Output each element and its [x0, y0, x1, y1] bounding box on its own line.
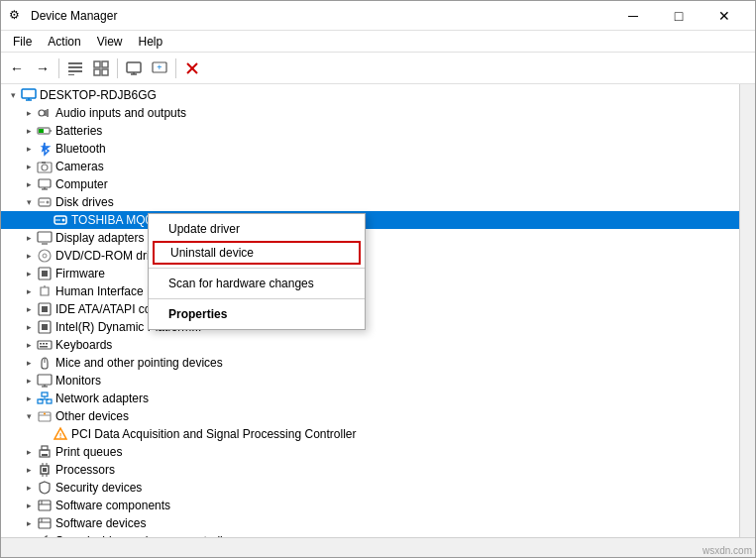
- tree-item-monitors[interactable]: Monitors: [1, 372, 739, 390]
- ctx-separator: [149, 268, 365, 269]
- svg-rect-7: [102, 69, 108, 75]
- icon-battery: [37, 123, 53, 139]
- toolbar-properties-view[interactable]: [63, 56, 87, 80]
- tree-item-print[interactable]: Print queues: [1, 443, 739, 461]
- tree-item-mice[interactable]: Mice and other pointing devices: [1, 354, 739, 372]
- tree-item-cameras[interactable]: Cameras: [1, 158, 739, 175]
- svg-rect-45: [38, 341, 52, 349]
- arrow-mice[interactable]: [21, 355, 37, 371]
- menu-help[interactable]: Help: [131, 33, 171, 51]
- tree-item-toshiba[interactable]: TOSHIBA MQ01ABD100: [1, 211, 739, 229]
- tree-item-desktop[interactable]: DESKTOP-RDJB6GG: [1, 86, 739, 104]
- arrow-display[interactable]: [21, 230, 37, 246]
- ctx-uninstall-device[interactable]: Uninstall device: [153, 241, 361, 265]
- device-manager-window: ⚙ Device Manager ─ □ ✕ File Action View …: [0, 0, 756, 558]
- arrow-cameras[interactable]: [21, 159, 37, 174]
- arrow-disk-drives[interactable]: [21, 194, 37, 210]
- tree-item-software-components[interactable]: Software components: [1, 497, 739, 514]
- tree-item-display[interactable]: Display adapters: [1, 229, 739, 247]
- svg-point-37: [43, 254, 47, 258]
- arrow-processors[interactable]: [21, 462, 37, 478]
- close-button[interactable]: ✕: [702, 1, 747, 31]
- svg-rect-2: [68, 70, 82, 72]
- arrow-desktop[interactable]: [5, 87, 21, 103]
- tree-item-computer[interactable]: Computer: [1, 175, 739, 193]
- toolbar-back[interactable]: ←: [5, 56, 29, 80]
- tree-view[interactable]: DESKTOP-RDJB6GG Audio inputs and outputs…: [1, 84, 739, 537]
- arrow-intel[interactable]: [21, 319, 37, 335]
- ctx-update-driver[interactable]: Update driver: [149, 217, 365, 241]
- arrow-keyboards[interactable]: [21, 337, 37, 353]
- tree-item-audio[interactable]: Audio inputs and outputs: [1, 104, 739, 122]
- tree-item-processors[interactable]: Processors: [1, 461, 739, 479]
- scrollbar[interactable]: [739, 84, 755, 537]
- arrow-security[interactable]: [21, 480, 37, 496]
- icon-sound: [37, 533, 53, 537]
- svg-rect-1: [68, 66, 82, 68]
- ctx-scan-hardware[interactable]: Scan for hardware changes: [149, 272, 365, 295]
- minimize-button[interactable]: ─: [610, 1, 656, 31]
- menu-view[interactable]: View: [89, 33, 131, 51]
- toolbar-sep-1: [58, 58, 59, 78]
- svg-rect-56: [42, 392, 48, 396]
- svg-rect-44: [42, 324, 48, 330]
- arrow-dvd[interactable]: [21, 248, 37, 264]
- arrow-bluetooth[interactable]: [21, 141, 37, 157]
- tree-item-disk-drives[interactable]: Disk drives: [1, 193, 739, 211]
- arrow-print[interactable]: [21, 444, 37, 460]
- toolbar-monitor[interactable]: [122, 56, 146, 80]
- tree-item-keyboards[interactable]: Keyboards: [1, 336, 739, 354]
- toolbar-forward[interactable]: →: [31, 56, 54, 80]
- tree-item-security[interactable]: Security devices: [1, 479, 739, 497]
- tree-item-batteries[interactable]: Batteries: [1, 122, 739, 140]
- tree-item-software-devices[interactable]: Software devices: [1, 514, 739, 532]
- arrow-firmware[interactable]: [21, 266, 37, 281]
- menu-file[interactable]: File: [5, 33, 40, 51]
- arrow-batteries[interactable]: [21, 123, 37, 139]
- tree-label-firmware: Firmware: [55, 267, 105, 280]
- ctx-properties[interactable]: Properties: [149, 302, 365, 326]
- toolbar-icon-view[interactable]: [89, 56, 113, 80]
- arrow-computer[interactable]: [21, 176, 37, 192]
- arrow-hid[interactable]: [21, 283, 37, 299]
- watermark: wsxdn.com: [702, 545, 752, 556]
- arrow-sound[interactable]: [21, 533, 37, 537]
- arrow-software-components[interactable]: [21, 498, 37, 513]
- context-menu: Update driver Uninstall device Scan for …: [148, 213, 366, 330]
- maximize-button[interactable]: □: [656, 1, 702, 31]
- svg-rect-5: [102, 61, 108, 67]
- tree-item-other[interactable]: Other devices: [1, 407, 739, 425]
- arrow-network[interactable]: [21, 391, 37, 406]
- toolbar-add[interactable]: +: [148, 56, 171, 80]
- tree-item-bluetooth[interactable]: Bluetooth: [1, 140, 739, 158]
- tree-label-software-components: Software components: [55, 499, 170, 512]
- icon-disk-drives: [37, 194, 53, 210]
- tree-label-display: Display adapters: [55, 231, 144, 245]
- svg-rect-65: [42, 446, 48, 450]
- arrow-toshiba: [37, 212, 53, 228]
- window-title: Device Manager: [31, 9, 610, 23]
- svg-rect-47: [43, 343, 45, 345]
- svg-rect-15: [22, 89, 36, 98]
- tree-item-hid[interactable]: Human Interface Devices: [1, 282, 739, 300]
- tree-item-network[interactable]: Network adapters: [1, 390, 739, 407]
- arrow-software-devices[interactable]: [21, 515, 37, 531]
- arrow-ide[interactable]: [21, 301, 37, 317]
- svg-point-23: [42, 165, 48, 170]
- arrow-monitors[interactable]: [21, 373, 37, 389]
- toolbar-remove[interactable]: [180, 56, 204, 80]
- tree-label-software-devices: Software devices: [55, 516, 146, 530]
- tree-label-computer: Computer: [55, 177, 108, 191]
- icon-mice: [37, 355, 53, 371]
- arrow-other[interactable]: [21, 408, 37, 424]
- tree-item-dvd[interactable]: DVD/CD-ROM drives: [1, 247, 739, 265]
- tree-item-sound[interactable]: Sound, video and game controllers: [1, 532, 739, 537]
- tree-item-ide[interactable]: IDE ATA/ATAPI controllers: [1, 300, 739, 318]
- tree-item-firmware[interactable]: Firmware: [1, 265, 739, 282]
- tree-item-intel[interactable]: Intel(R) Dynamic Platform...: [1, 318, 739, 336]
- menu-action[interactable]: Action: [40, 33, 88, 51]
- arrow-audio[interactable]: [21, 105, 37, 121]
- tree-item-pci[interactable]: ! PCI Data Acquisition and Signal Proces…: [1, 425, 739, 443]
- svg-point-36: [39, 250, 51, 262]
- icon-monitors: [37, 373, 53, 389]
